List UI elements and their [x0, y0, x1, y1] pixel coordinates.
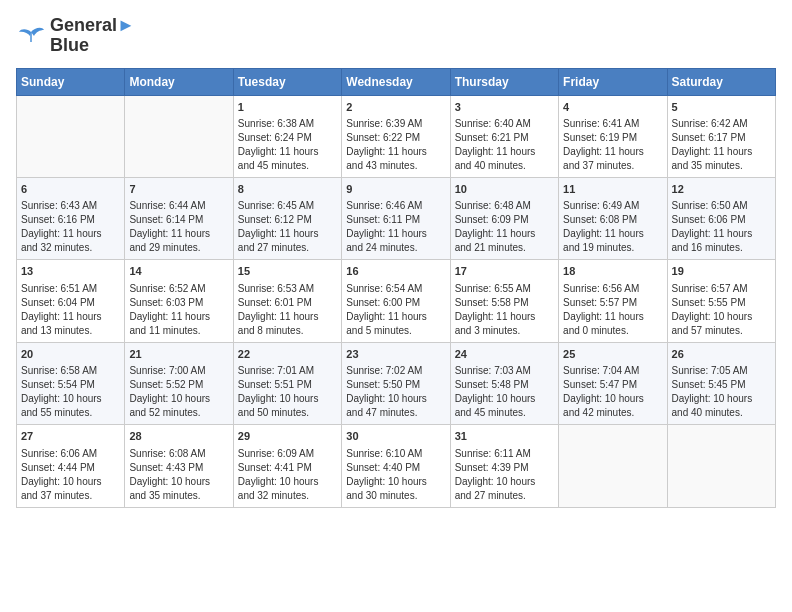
daylight-text: Daylight: 11 hours and 3 minutes.	[455, 311, 536, 336]
calendar-day-header: Tuesday	[233, 68, 341, 95]
daylight-text: Daylight: 11 hours and 40 minutes.	[455, 146, 536, 171]
daylight-text: Daylight: 11 hours and 32 minutes.	[21, 228, 102, 253]
sunset-text: Sunset: 6:17 PM	[672, 132, 746, 143]
sunrise-text: Sunrise: 6:49 AM	[563, 200, 639, 211]
day-number: 25	[563, 347, 662, 362]
sunrise-text: Sunrise: 6:38 AM	[238, 118, 314, 129]
calendar-day-header: Thursday	[450, 68, 558, 95]
calendar-cell: 25Sunrise: 7:04 AMSunset: 5:47 PMDayligh…	[559, 342, 667, 424]
sunrise-text: Sunrise: 6:55 AM	[455, 283, 531, 294]
day-number: 19	[672, 264, 771, 279]
sunset-text: Sunset: 5:47 PM	[563, 379, 637, 390]
calendar-week-row: 20Sunrise: 6:58 AMSunset: 5:54 PMDayligh…	[17, 342, 776, 424]
sunrise-text: Sunrise: 7:00 AM	[129, 365, 205, 376]
sunrise-text: Sunrise: 6:10 AM	[346, 448, 422, 459]
calendar-cell: 31Sunrise: 6:11 AMSunset: 4:39 PMDayligh…	[450, 425, 558, 507]
daylight-text: Daylight: 11 hours and 19 minutes.	[563, 228, 644, 253]
day-number: 7	[129, 182, 228, 197]
day-number: 11	[563, 182, 662, 197]
sunrise-text: Sunrise: 6:11 AM	[455, 448, 531, 459]
daylight-text: Daylight: 11 hours and 21 minutes.	[455, 228, 536, 253]
page-header: General► Blue	[16, 16, 776, 56]
sunset-text: Sunset: 6:21 PM	[455, 132, 529, 143]
day-number: 18	[563, 264, 662, 279]
calendar-cell	[125, 95, 233, 177]
calendar-cell: 28Sunrise: 6:08 AMSunset: 4:43 PMDayligh…	[125, 425, 233, 507]
sunrise-text: Sunrise: 6:57 AM	[672, 283, 748, 294]
day-number: 13	[21, 264, 120, 279]
daylight-text: Daylight: 11 hours and 35 minutes.	[672, 146, 753, 171]
day-number: 27	[21, 429, 120, 444]
calendar-cell: 16Sunrise: 6:54 AMSunset: 6:00 PMDayligh…	[342, 260, 450, 342]
sunrise-text: Sunrise: 7:04 AM	[563, 365, 639, 376]
sunrise-text: Sunrise: 6:09 AM	[238, 448, 314, 459]
daylight-text: Daylight: 11 hours and 0 minutes.	[563, 311, 644, 336]
calendar-day-header: Wednesday	[342, 68, 450, 95]
daylight-text: Daylight: 10 hours and 52 minutes.	[129, 393, 210, 418]
daylight-text: Daylight: 10 hours and 35 minutes.	[129, 476, 210, 501]
sunset-text: Sunset: 5:52 PM	[129, 379, 203, 390]
calendar-cell: 19Sunrise: 6:57 AMSunset: 5:55 PMDayligh…	[667, 260, 775, 342]
calendar-cell: 9Sunrise: 6:46 AMSunset: 6:11 PMDaylight…	[342, 177, 450, 259]
sunset-text: Sunset: 5:45 PM	[672, 379, 746, 390]
sunset-text: Sunset: 6:24 PM	[238, 132, 312, 143]
calendar-day-header: Friday	[559, 68, 667, 95]
day-number: 2	[346, 100, 445, 115]
day-number: 21	[129, 347, 228, 362]
calendar-cell: 30Sunrise: 6:10 AMSunset: 4:40 PMDayligh…	[342, 425, 450, 507]
sunrise-text: Sunrise: 6:45 AM	[238, 200, 314, 211]
calendar-cell: 15Sunrise: 6:53 AMSunset: 6:01 PMDayligh…	[233, 260, 341, 342]
sunset-text: Sunset: 6:04 PM	[21, 297, 95, 308]
sunset-text: Sunset: 6:09 PM	[455, 214, 529, 225]
sunrise-text: Sunrise: 6:40 AM	[455, 118, 531, 129]
sunrise-text: Sunrise: 6:08 AM	[129, 448, 205, 459]
sunrise-text: Sunrise: 6:46 AM	[346, 200, 422, 211]
day-number: 10	[455, 182, 554, 197]
sunset-text: Sunset: 6:08 PM	[563, 214, 637, 225]
day-number: 3	[455, 100, 554, 115]
daylight-text: Daylight: 10 hours and 55 minutes.	[21, 393, 102, 418]
sunrise-text: Sunrise: 6:53 AM	[238, 283, 314, 294]
daylight-text: Daylight: 11 hours and 8 minutes.	[238, 311, 319, 336]
day-number: 14	[129, 264, 228, 279]
sunset-text: Sunset: 5:48 PM	[455, 379, 529, 390]
daylight-text: Daylight: 10 hours and 37 minutes.	[21, 476, 102, 501]
sunset-text: Sunset: 6:06 PM	[672, 214, 746, 225]
calendar-cell: 11Sunrise: 6:49 AMSunset: 6:08 PMDayligh…	[559, 177, 667, 259]
calendar-cell: 24Sunrise: 7:03 AMSunset: 5:48 PMDayligh…	[450, 342, 558, 424]
daylight-text: Daylight: 11 hours and 24 minutes.	[346, 228, 427, 253]
sunrise-text: Sunrise: 6:51 AM	[21, 283, 97, 294]
daylight-text: Daylight: 10 hours and 45 minutes.	[455, 393, 536, 418]
day-number: 6	[21, 182, 120, 197]
calendar-header-row: SundayMondayTuesdayWednesdayThursdayFrid…	[17, 68, 776, 95]
calendar-cell: 12Sunrise: 6:50 AMSunset: 6:06 PMDayligh…	[667, 177, 775, 259]
daylight-text: Daylight: 11 hours and 27 minutes.	[238, 228, 319, 253]
day-number: 17	[455, 264, 554, 279]
daylight-text: Daylight: 10 hours and 30 minutes.	[346, 476, 427, 501]
logo: General► Blue	[16, 16, 135, 56]
day-number: 12	[672, 182, 771, 197]
calendar-cell: 2Sunrise: 6:39 AMSunset: 6:22 PMDaylight…	[342, 95, 450, 177]
calendar-cell: 26Sunrise: 7:05 AMSunset: 5:45 PMDayligh…	[667, 342, 775, 424]
sunset-text: Sunset: 6:19 PM	[563, 132, 637, 143]
calendar-week-row: 27Sunrise: 6:06 AMSunset: 4:44 PMDayligh…	[17, 425, 776, 507]
sunrise-text: Sunrise: 6:06 AM	[21, 448, 97, 459]
day-number: 23	[346, 347, 445, 362]
sunset-text: Sunset: 6:14 PM	[129, 214, 203, 225]
sunset-text: Sunset: 6:11 PM	[346, 214, 420, 225]
sunset-text: Sunset: 4:43 PM	[129, 462, 203, 473]
calendar-cell: 18Sunrise: 6:56 AMSunset: 5:57 PMDayligh…	[559, 260, 667, 342]
sunset-text: Sunset: 6:12 PM	[238, 214, 312, 225]
sunrise-text: Sunrise: 6:48 AM	[455, 200, 531, 211]
daylight-text: Daylight: 10 hours and 57 minutes.	[672, 311, 753, 336]
calendar-cell: 23Sunrise: 7:02 AMSunset: 5:50 PMDayligh…	[342, 342, 450, 424]
sunrise-text: Sunrise: 7:02 AM	[346, 365, 422, 376]
day-number: 1	[238, 100, 337, 115]
sunrise-text: Sunrise: 7:05 AM	[672, 365, 748, 376]
calendar-cell: 8Sunrise: 6:45 AMSunset: 6:12 PMDaylight…	[233, 177, 341, 259]
sunset-text: Sunset: 6:22 PM	[346, 132, 420, 143]
calendar-cell: 5Sunrise: 6:42 AMSunset: 6:17 PMDaylight…	[667, 95, 775, 177]
day-number: 15	[238, 264, 337, 279]
daylight-text: Daylight: 10 hours and 27 minutes.	[455, 476, 536, 501]
day-number: 31	[455, 429, 554, 444]
